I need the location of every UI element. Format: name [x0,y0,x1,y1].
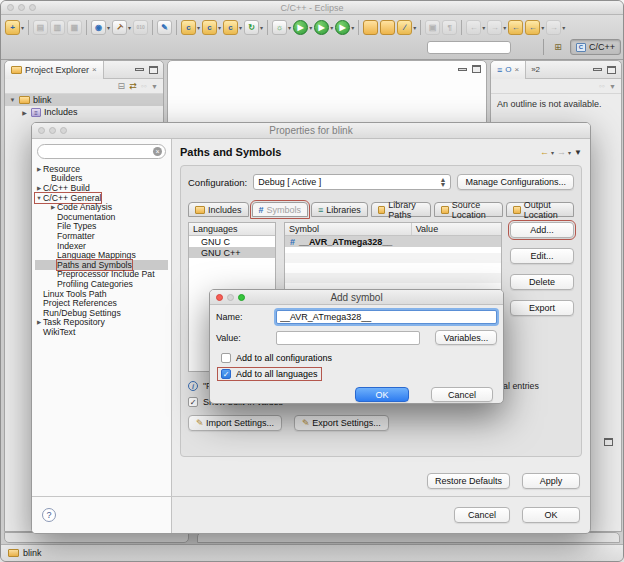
restore-defaults-button[interactable]: Restore Defaults [427,473,510,489]
tree-item-resource[interactable]: ▶Resource [35,164,168,174]
nav-back-icon[interactable]: ← [540,147,549,157]
import-settings-button[interactable]: ✎ Import Settings... [188,415,282,431]
view-menu-icon[interactable]: ▼ [151,83,158,90]
configuration-select[interactable]: Debug [ Active ] ▲▼ [253,174,451,190]
cancel-button[interactable]: Cancel [454,507,510,523]
more-views-badge[interactable]: »2 [526,65,545,74]
chevron-down-icon[interactable]: ▾ [503,24,506,31]
build-all-icon[interactable]: ◉ [91,20,106,35]
new-wizard-icon[interactable]: + [5,20,20,35]
open-type-icon[interactable] [363,20,378,35]
tree-item-cpp-build[interactable]: ▶C/C++ Build [35,183,168,193]
chevron-down-icon[interactable]: ▾ [288,24,291,31]
chevron-down-icon[interactable]: ▾ [562,24,565,31]
perspective-cpp-button[interactable]: C C/C++ [570,39,621,55]
table-row[interactable]: # __AVR_ATmega328__ [285,236,501,247]
clear-filter-icon[interactable]: × [153,147,162,156]
debug-icon[interactable]: ☼ [272,20,287,35]
language-gnu-cpp[interactable]: GNU C++ [189,247,275,258]
chevron-down-icon[interactable]: ▾ [309,24,312,31]
tab-project-explorer[interactable]: Project Explorer × [5,61,104,79]
close-icon[interactable]: × [515,65,520,74]
tree-item-language-mappings[interactable]: Language Mappings [35,250,168,260]
tab-output-location[interactable]: Output Location [506,202,574,217]
chevron-down-icon[interactable]: ▾ [107,24,110,31]
tab-includes[interactable]: Includes [188,202,249,217]
tree-item-task-repository[interactable]: ▶Task Repository [35,318,168,328]
minimize-icon[interactable] [135,68,144,71]
run-icon[interactable]: ▶ [293,20,308,35]
new-c-folder-icon[interactable]: c [202,20,217,35]
search-wand-icon[interactable]: ∕ [397,20,412,35]
tree-item-profiling-categories[interactable]: Profiling Categories [35,279,168,289]
ok-button[interactable]: OK [522,507,580,523]
tree-item-wikitext[interactable]: WikiText [35,327,168,337]
back-to-c-icon[interactable]: ← [508,20,523,35]
tab-symbols[interactable]: #Symbols [252,202,309,217]
ok-button[interactable]: OK [355,387,409,402]
chevron-down-icon[interactable]: ▾ [330,24,333,31]
manage-configurations-button[interactable]: Manage Configurations... [457,174,574,190]
tab-outline[interactable]: ≡ O × [491,61,526,79]
tree-item-formatter[interactable]: Formatter [35,231,168,241]
language-gnu-c[interactable]: GNU C [189,236,275,247]
edit-button[interactable]: Edit... [510,248,574,264]
chevron-down-icon[interactable]: ▾ [239,24,242,31]
tree-item-paths-and-symbols[interactable]: Paths and Symbols [35,260,168,270]
external-tools-icon[interactable]: ▶ [335,20,350,35]
maximize-icon[interactable] [607,66,616,74]
chevron-down-icon[interactable]: ▾ [260,24,263,31]
expand-arrow-icon[interactable]: ▶ [21,109,28,116]
new-c-class-icon[interactable]: c [223,20,238,35]
view-menu-icon[interactable]: ▼ [574,148,582,157]
chevron-down-icon[interactable]: ▾ [482,24,485,31]
help-button[interactable]: ? [42,508,56,522]
restore-view-icon[interactable] [604,438,613,446]
export-button[interactable]: Export [510,300,574,316]
tree-item-indexer[interactable]: Indexer [35,241,168,251]
tab-library-paths[interactable]: Library Paths [371,202,431,217]
languages-checkbox[interactable]: ✓ [221,369,231,379]
tab-libraries[interactable]: ≡Libraries [311,202,368,217]
column-value[interactable]: Value [412,223,501,235]
tree-item-project-references[interactable]: Project References [35,298,168,308]
maximize-icon[interactable] [472,65,481,73]
run-configurations-icon[interactable]: ▶ [314,20,329,35]
chevron-down-icon[interactable]: ▾ [21,24,24,31]
quick-access-input[interactable] [427,41,511,54]
chevron-down-icon[interactable]: ▾ [128,24,131,31]
apply-button[interactable]: Apply [522,473,580,489]
tree-item-documentation[interactable]: Documentation [35,212,168,222]
add-button[interactable]: Add... [510,222,574,238]
collapse-all-icon[interactable]: ⊟ [118,81,126,91]
view-menu-icon[interactable]: ▼ [609,83,616,90]
configurations-checkbox[interactable]: ✓ [221,353,231,363]
tree-item-cpp-general[interactable]: ▼C/C++ General [35,193,168,203]
tree-item-includes[interactable]: ▶ ≡ Includes [5,106,163,118]
tab-source-location[interactable]: Source Location [434,202,503,217]
minimize-icon[interactable] [593,68,602,71]
show-builtin-checkbox[interactable]: ✓ [188,397,198,407]
tree-item-linux-tools-path[interactable]: Linux Tools Path [35,289,168,299]
tree-item-builders[interactable]: Builders [35,174,168,184]
export-settings-button[interactable]: ✎ Export Settings... [294,415,389,431]
link-editor-icon[interactable]: ⇄ [129,81,137,91]
tree-item-preprocessor-include[interactable]: Preprocessor Include Pat [35,270,168,280]
variables-button[interactable]: Variables... [435,330,497,345]
chevron-down-icon[interactable]: ▾ [197,24,200,31]
build-hammer-icon[interactable]: T [112,20,127,35]
add-to-languages-row[interactable]: ✓ Add to all languages [218,368,321,380]
chevron-down-icon[interactable]: ▾ [413,24,416,31]
minimize-icon[interactable] [458,68,467,71]
delete-button[interactable]: Delete [510,274,574,290]
chevron-down-icon[interactable]: ▾ [551,149,554,156]
search-c-element-icon[interactable]: ✎ [157,20,172,35]
tree-item-blink[interactable]: ▼ blink [5,94,163,106]
open-perspective-icon[interactable]: ⊞ [550,40,566,54]
close-icon[interactable]: × [92,65,97,74]
expand-arrow-icon[interactable]: ▼ [9,97,16,103]
refresh-index-icon[interactable]: ↻ [244,20,259,35]
new-c-project-icon[interactable]: c [181,20,196,35]
open-resource-icon[interactable] [380,20,395,35]
value-field[interactable] [276,331,420,345]
